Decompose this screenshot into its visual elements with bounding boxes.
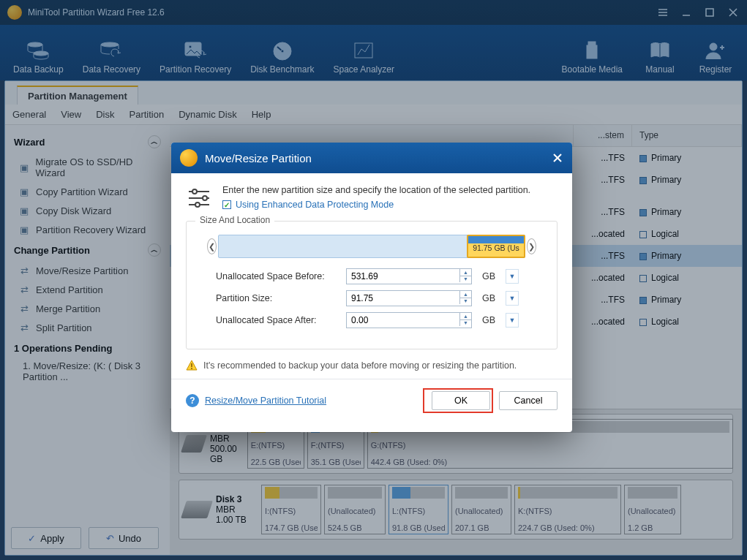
enhanced-mode-label: Using Enhanced Data Protecting Mode (236, 200, 394, 210)
size-location-group: Size And Location ❮ 91.75 GB (Us ❯ Unall… (186, 221, 558, 349)
ok-button[interactable]: OK (432, 391, 490, 410)
enhanced-mode-checkbox[interactable]: ✓Using Enhanced Data Protecting Mode (222, 200, 530, 210)
cancel-button[interactable]: Cancel (499, 391, 558, 410)
dialog-title: Move/Resize Partition (205, 152, 312, 164)
unalloc-before-input[interactable] (346, 268, 472, 284)
dialog-titlebar: Move/Resize Partition (171, 143, 572, 173)
fieldset-legend: Size And Location (195, 215, 274, 225)
dialog-intro: Enter the new partition size and specify… (222, 185, 530, 195)
warning-icon (186, 360, 198, 371)
unit-label: GB (478, 271, 500, 281)
svg-point-14 (195, 203, 200, 207)
ok-highlight: OK (423, 388, 493, 413)
unallocated-before-segment[interactable] (219, 235, 467, 257)
dialog-close-icon[interactable] (552, 152, 563, 164)
unalloc-before-label: Unallocated Space Before: (216, 271, 340, 281)
help-icon[interactable]: ? (186, 394, 199, 407)
partition-slider[interactable]: 91.75 GB (Us (218, 235, 525, 258)
stepper-icon[interactable]: ▲▼ (459, 291, 471, 304)
unit-dropdown[interactable]: ▼ (506, 313, 519, 328)
move-left-button[interactable]: ❮ (207, 238, 217, 254)
app-logo-icon (180, 149, 198, 167)
svg-point-12 (192, 189, 197, 194)
unit-label: GB (478, 293, 500, 303)
svg-point-13 (203, 196, 207, 200)
backup-warning: It's recommended to backup your data bef… (186, 360, 558, 371)
unit-dropdown[interactable]: ▼ (506, 291, 519, 306)
partition-segment[interactable]: 91.75 GB (Us (467, 235, 525, 258)
checkbox-icon: ✓ (222, 200, 231, 209)
sliders-icon (186, 185, 212, 213)
tutorial-link[interactable]: Resize/Move Partition Tutorial (205, 396, 326, 406)
partition-size-input[interactable] (346, 290, 472, 306)
unalloc-after-input[interactable] (346, 312, 472, 328)
move-resize-dialog: Move/Resize Partition Enter the new part… (171, 143, 572, 432)
segment-label: 91.75 GB (Us (468, 243, 524, 252)
stepper-icon[interactable]: ▲▼ (459, 313, 471, 326)
partition-size-label: Partition Size: (216, 293, 340, 303)
svg-point-15 (191, 368, 192, 369)
move-right-button[interactable]: ❯ (527, 238, 536, 254)
unit-label: GB (478, 315, 500, 325)
unalloc-after-label: Unallocated Space After: (216, 315, 340, 325)
unit-dropdown[interactable]: ▼ (506, 269, 519, 284)
stepper-icon[interactable]: ▲▼ (459, 269, 471, 282)
warning-text: It's recommended to backup your data bef… (203, 360, 517, 371)
